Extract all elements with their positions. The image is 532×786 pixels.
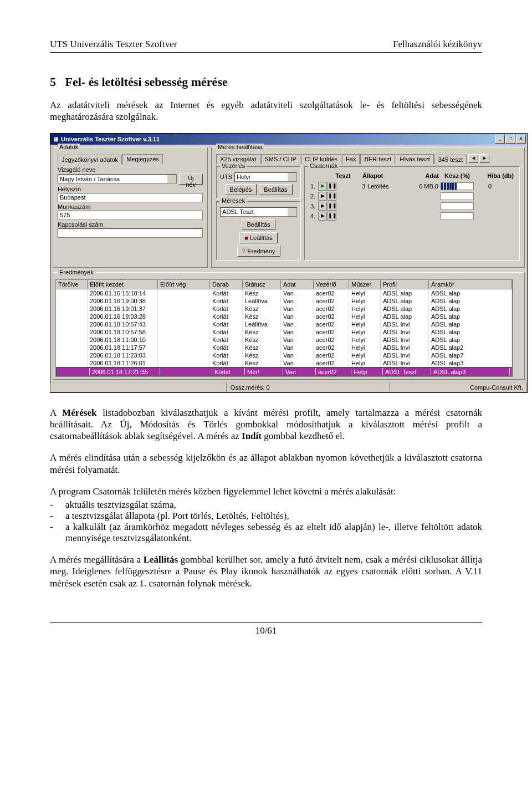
grid-row[interactable]: 2006.01.16 19:01:37KorlátKészVanacer02He… [56, 305, 512, 313]
csatorna-row: 4.▶❚❚ [308, 211, 516, 221]
select-vizsgalo[interactable]: Nagy István / Tanácsa [58, 174, 177, 183]
button-leallitas[interactable]: ■ Leállítás [239, 232, 278, 243]
grid-row[interactable]: 2006.01.18 11:26:01KorlátKészVanacer02He… [56, 359, 512, 367]
select-meres-profil[interactable]: ADSL Teszt [220, 207, 297, 217]
button-eredmeny[interactable]: ? Eredmény [237, 246, 280, 257]
grid-cell: Korlát [210, 313, 243, 320]
grid-cell [158, 336, 210, 344]
grid-row[interactable]: 2006.01.16 19:03:28KorlátKészVanacer02He… [56, 313, 512, 320]
status-left [50, 382, 227, 392]
pause-icon[interactable]: ❚❚ [328, 192, 336, 201]
grid-cell: 2006.01.18 11:17:57 [88, 344, 158, 351]
grid-header-cell[interactable]: Előírt vég [158, 280, 210, 289]
grid-cell [158, 320, 210, 328]
button-beallitas-vez[interactable]: Beállítás [259, 184, 292, 195]
label-munkaszam: Munkaszám [58, 203, 203, 210]
panel-adatok-title: Adatok [58, 144, 80, 150]
label-kapcsolasi: Kapcsolási szám [58, 221, 203, 228]
grid-cell [158, 359, 210, 367]
grid-cell: acer02 [314, 359, 349, 367]
question-icon: ? [242, 248, 246, 254]
button-beallitas-mer[interactable]: Beállítás [242, 219, 275, 230]
grid-header-cell[interactable]: Adat [281, 280, 314, 289]
grid-cell: Kész [243, 328, 281, 336]
grid-cell: ADSL Invi [381, 320, 429, 328]
button-ujnev[interactable]: Új név [179, 173, 203, 185]
input-kapcsolasi[interactable] [58, 228, 203, 238]
minimize-button[interactable]: _ [495, 135, 505, 144]
grid-header-cell[interactable]: Profil [381, 280, 429, 289]
grid-header-cell[interactable]: Áramkör [429, 280, 512, 289]
grid-cell: 2006.01.16 19:01:37 [88, 305, 158, 313]
grid-cell [56, 320, 88, 328]
grid-cell: ADSL alap3 [431, 368, 510, 375]
grid-row[interactable]: 2006.01.16 15:18:14KorlátKészVanacer02He… [56, 289, 512, 297]
grid-cell [158, 305, 210, 313]
pause-icon[interactable]: ❚❚ [328, 182, 336, 191]
grid-cell: ADSL alap7 [429, 351, 512, 359]
meres-tab-6[interactable]: 345 teszt [434, 155, 467, 165]
titlebar: 🖥 Univerzális Teszter Szoftver v.3.11 _ … [50, 134, 527, 145]
grid-row[interactable]: 2006.01.18 10:57:58KorlátKészVanacer02He… [56, 328, 512, 336]
results-grid[interactable]: TörölveElőírt kezdetElőírt végDarabStátu… [55, 279, 513, 377]
grid-cell: ADSL alap [381, 297, 429, 305]
panel-meres: Mérés beállítása X25 vizsgálatSMS / CLIP… [211, 147, 525, 268]
grid-row[interactable]: 2006.01.18 11:00:10KorlátKészVanacer02He… [56, 336, 512, 344]
subpanel-vezerles: Vezérlés UTS Helyi Belépés Beállítás [216, 166, 301, 199]
grid-cell [58, 368, 90, 375]
grid-cell: ADSL Invi [381, 328, 429, 336]
grid-header-cell[interactable]: Státusz [243, 280, 281, 289]
meres-tab-5[interactable]: Hívás teszt [396, 154, 433, 164]
para-leallitas: A mérés megállítására a Leállítás gombba… [50, 554, 482, 589]
status-mid: Ossz.mérés: 0 [227, 382, 390, 392]
grid-cell [56, 359, 88, 367]
play-icon[interactable]: ▶ [318, 212, 327, 221]
grid-cell: Korlát [210, 289, 243, 297]
grid-scrollbar[interactable] [513, 279, 522, 377]
doc-header-right: Felhasználói kézikönyv [393, 39, 482, 50]
grid-cell: 2006.01.16 19:00:38 [88, 297, 158, 305]
grid-cell: Leállítva [243, 297, 281, 305]
tab-scroll-icon[interactable]: ► [479, 154, 489, 163]
meres-tab-4[interactable]: BER teszt [360, 154, 395, 164]
select-uts[interactable]: Helyi [234, 172, 297, 182]
input-helyszin[interactable] [58, 193, 203, 202]
grid-row[interactable]: 2006.01.18 17:21:35KorlátMér!Vanacer02He… [56, 367, 512, 376]
grid-cell: Leállítva [243, 320, 281, 328]
grid-cell: Helyi [349, 328, 381, 336]
grid-row[interactable]: 2006.01.18 10:57:43KorlátLeállítvaVanace… [56, 320, 512, 328]
grid-cell: 2006.01.16 15:18:14 [88, 289, 158, 297]
close-button[interactable]: × [516, 135, 526, 144]
grid-row[interactable]: 2006.01.18 11:17:57KorlátKészVanacer02He… [56, 344, 512, 351]
pause-icon[interactable]: ❚❚ [328, 212, 336, 221]
button-belepes[interactable]: Belépés [225, 184, 257, 195]
grid-row[interactable]: 2006.01.18 11:23:03KorlátKészVanacer02He… [56, 351, 512, 359]
doc-header-left: UTS Univerzális Teszter Szoftver [50, 39, 177, 50]
input-munkaszam[interactable] [58, 211, 203, 220]
tab-scroll-icon[interactable]: ◄ [468, 154, 478, 163]
grid-cell: Korlát [210, 351, 243, 359]
grid-cell [56, 336, 88, 344]
tab-jegyzokonyv[interactable]: Jegyzőkönyvi adatok [58, 155, 122, 165]
grid-row[interactable]: 2006.01.16 19:00:38KorlátLeállítvaVanace… [56, 297, 512, 305]
grid-header-cell[interactable]: Műszer [349, 280, 381, 289]
play-icon[interactable]: ▶ [318, 182, 327, 191]
maximize-button[interactable]: □ [505, 135, 515, 144]
play-icon[interactable]: ▶ [318, 192, 327, 201]
panel-meres-title: Mérés beállítása [216, 144, 264, 150]
grid-cell: Kész [243, 336, 281, 344]
panel-eredmenyek: Eredmények TörölveElőírt kezdetElőírt vé… [53, 272, 525, 380]
meres-tab-1[interactable]: SMS / CLIP [261, 154, 300, 164]
meres-tab-3[interactable]: Fax [342, 154, 360, 164]
play-icon[interactable]: ▶ [318, 202, 327, 211]
pause-icon[interactable]: ❚❚ [328, 202, 336, 211]
grid-cell: acer02 [314, 320, 349, 328]
grid-cell: 2006.01.18 10:57:43 [88, 320, 158, 328]
tab-megjegyzes[interactable]: Megjegyzés [122, 154, 163, 164]
csat-head-kesz: Kész (%) [444, 172, 478, 179]
grid-header-cell[interactable]: Vezérlő [314, 280, 349, 289]
grid-header-cell[interactable]: Törölve [56, 280, 88, 289]
para-csatornak: A program Csatornák felületén mérés közb… [50, 486, 482, 497]
grid-header-cell[interactable]: Előírt kezdet [88, 280, 158, 289]
grid-header-cell[interactable]: Darab [210, 280, 243, 289]
